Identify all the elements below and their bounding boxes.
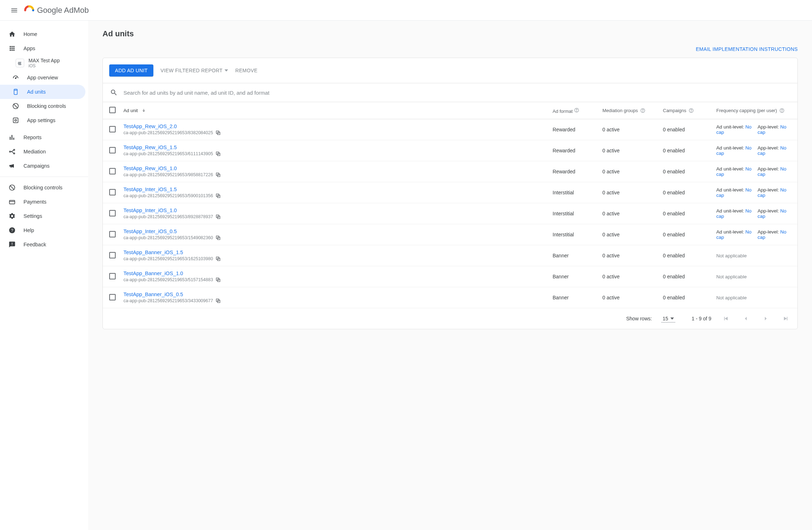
help-circle-icon[interactable] — [640, 108, 645, 113]
freq-unit-level: Ad unit-level: No cap — [716, 187, 755, 198]
show-rows-label: Show rows: — [626, 316, 652, 321]
ad-unit-id: ca-app-pub-2812569295219653/1549082360 — [123, 235, 213, 240]
freq-app-level: App-level: No cap — [758, 166, 791, 177]
sidebar-app-selected[interactable]: MAX Test App iOS — [0, 56, 88, 70]
sidebar-item-app-overview[interactable]: App overview — [0, 70, 85, 85]
sidebar-item-ad-units[interactable]: Ad units — [0, 85, 85, 99]
row-checkbox[interactable] — [109, 231, 116, 237]
mediation-cell: 0 active — [602, 274, 663, 279]
last-page-button[interactable] — [780, 313, 791, 324]
row-checkbox[interactable] — [109, 168, 116, 174]
table-row: TestApp_Inter_iOS_1.5 ca-app-pub-2812569… — [103, 182, 797, 203]
divider — [0, 177, 88, 177]
ad-unit-name-link[interactable]: TestApp_Inter_iOS_0.5 — [123, 229, 221, 234]
svg-point-8 — [15, 120, 17, 121]
copy-icon[interactable] — [215, 298, 221, 304]
mediation-cell: 0 active — [602, 148, 663, 153]
ad-unit-name-link[interactable]: TestApp_Rew_iOS_2.0 — [123, 124, 221, 129]
main-content: Ad units EMAIL IMPLEMENTATION INSTRUCTIO… — [88, 21, 812, 530]
col-header-frequency[interactable]: Frequency capping (per user) — [716, 108, 791, 113]
payments-icon — [9, 198, 16, 205]
copy-icon[interactable] — [215, 151, 221, 157]
sidebar-item-apps[interactable]: Apps — [0, 41, 85, 56]
sidebar-item-blocking-controls-app[interactable]: Blocking controls — [0, 99, 85, 113]
row-checkbox[interactable] — [109, 189, 116, 195]
campaigns-cell: 0 enabled — [663, 169, 716, 174]
freq-unit-level: Ad unit-level: No cap — [716, 166, 755, 177]
mediation-cell: 0 active — [602, 127, 663, 132]
copy-icon[interactable] — [215, 256, 221, 262]
ad-unit-name-link[interactable]: TestApp_Rew_iOS_1.0 — [123, 166, 221, 171]
email-implementation-link[interactable]: EMAIL IMPLEMENTATION INSTRUCTIONS — [696, 46, 798, 52]
ad-unit-name-link[interactable]: TestApp_Banner_iOS_1.5 — [123, 250, 221, 255]
row-checkbox[interactable] — [109, 294, 116, 300]
gauge-icon — [12, 74, 19, 81]
remove-button[interactable]: REMOVE — [235, 68, 257, 73]
ad-unit-name-link[interactable]: TestApp_Banner_iOS_0.5 — [123, 292, 221, 297]
hamburger-menu-button[interactable] — [6, 2, 23, 19]
sidebar-item-payments[interactable]: Payments — [0, 195, 85, 209]
sidebar-item-home[interactable]: Home — [0, 27, 85, 41]
search-icon — [110, 89, 118, 96]
home-icon — [9, 31, 16, 38]
select-all-checkbox[interactable] — [109, 107, 116, 113]
col-header-campaigns[interactable]: Campaigns — [663, 108, 716, 113]
sidebar-item-campaigns[interactable]: Campaigns — [0, 159, 85, 173]
app-name: MAX Test App — [28, 58, 60, 63]
bar-chart-icon — [9, 134, 16, 141]
next-page-button[interactable] — [760, 313, 771, 324]
help-circle-icon[interactable] — [779, 108, 785, 113]
search-row — [103, 83, 797, 102]
ad-unit-name-link[interactable]: TestApp_Inter_iOS_1.5 — [123, 187, 221, 192]
sidebar-item-app-settings[interactable]: App settings — [0, 113, 85, 127]
ad-unit-icon — [12, 88, 19, 95]
copy-icon[interactable] — [215, 130, 221, 136]
sidebar-label: Campaigns — [23, 163, 49, 169]
svg-rect-7 — [13, 118, 18, 122]
copy-icon[interactable] — [215, 235, 221, 241]
col-header-format[interactable]: Ad format — [553, 107, 602, 114]
row-checkbox[interactable] — [109, 126, 116, 132]
sidebar-item-mediation[interactable]: Mediation — [0, 145, 85, 159]
search-input[interactable] — [123, 86, 790, 99]
sidebar-label: App settings — [27, 117, 56, 123]
freq-app-level: App-level: No cap — [758, 208, 791, 219]
row-checkbox[interactable] — [109, 210, 116, 216]
freq-app-level: App-level: No cap — [758, 124, 791, 135]
first-page-button[interactable] — [721, 313, 731, 324]
apple-icon — [16, 59, 24, 67]
sidebar-item-blocking-controls[interactable]: Blocking controls — [0, 180, 85, 195]
logo[interactable]: Google AdMob — [24, 5, 89, 15]
help-circle-icon[interactable] — [689, 108, 694, 113]
sidebar-item-help[interactable]: ? Help — [0, 223, 85, 237]
svg-line-6 — [14, 104, 18, 108]
ad-unit-name-link[interactable]: TestApp_Rew_iOS_1.5 — [123, 145, 221, 150]
col-header-mediation[interactable]: Mediation groups — [602, 108, 663, 113]
topbar: Google AdMob — [0, 0, 812, 21]
ad-unit-name-link[interactable]: TestApp_Inter_iOS_1.0 — [123, 208, 221, 213]
col-header-ad-unit[interactable]: Ad unit — [123, 108, 553, 113]
prev-page-button[interactable] — [740, 313, 751, 324]
mediation-cell: 0 active — [602, 169, 663, 174]
sidebar: Home Apps MAX Test App iOS App overview … — [0, 21, 88, 530]
row-checkbox[interactable] — [109, 147, 116, 153]
sidebar-label: Help — [23, 227, 34, 233]
sidebar-item-feedback[interactable]: Feedback — [0, 237, 85, 252]
help-circle-icon[interactable] — [574, 107, 579, 113]
copy-icon[interactable] — [215, 214, 221, 220]
copy-icon[interactable] — [215, 172, 221, 178]
mediation-cell: 0 active — [602, 253, 663, 258]
rows-per-page-select[interactable]: 15 — [661, 315, 675, 322]
sidebar-item-settings[interactable]: Settings — [0, 209, 85, 223]
add-ad-unit-button[interactable]: ADD AD UNIT — [109, 64, 153, 77]
copy-icon[interactable] — [215, 277, 221, 283]
ad-unit-name-link[interactable]: TestApp_Banner_iOS_1.0 — [123, 271, 221, 276]
sidebar-label: App overview — [27, 75, 58, 80]
copy-icon[interactable] — [215, 193, 221, 199]
sidebar-item-reports[interactable]: Reports — [0, 130, 85, 145]
ad-unit-id: ca-app-pub-2812569295219653/3433009677 — [123, 298, 213, 303]
view-filtered-report-button[interactable]: VIEW FILTERED REPORT — [160, 68, 228, 73]
mediation-icon — [9, 148, 16, 155]
row-checkbox[interactable] — [109, 273, 116, 279]
row-checkbox[interactable] — [109, 252, 116, 258]
